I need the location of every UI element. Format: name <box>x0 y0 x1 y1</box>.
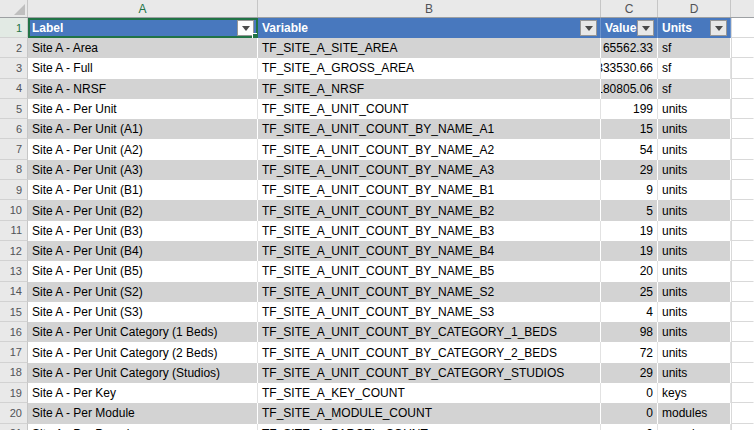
value-cell[interactable]: 9 <box>601 180 658 200</box>
units-cell[interactable]: units <box>658 180 731 200</box>
variable-cell[interactable]: TF_SITE_A_NRSF <box>258 79 601 99</box>
value-cell[interactable]: 0 <box>601 424 658 430</box>
column-header-b[interactable]: B <box>258 0 601 17</box>
variable-cell[interactable]: TF_SITE_A_UNIT_COUNT_BY_CATEGORY_1_BEDS <box>258 322 601 342</box>
empty-cell[interactable] <box>731 180 754 200</box>
row-number[interactable]: 17 <box>0 342 28 362</box>
label-cell[interactable]: Site A - NRSF <box>28 79 258 99</box>
value-cell[interactable]: 4 <box>601 302 658 322</box>
row-number[interactable]: 12 <box>0 241 28 261</box>
empty-cell[interactable] <box>731 383 754 403</box>
units-cell[interactable]: keys <box>658 383 731 403</box>
row-number[interactable]: 15 <box>0 302 28 322</box>
empty-cell[interactable] <box>731 302 754 322</box>
units-cell[interactable]: units <box>658 139 731 159</box>
value-cell[interactable]: 72 <box>601 342 658 362</box>
selection-fill-handle[interactable] <box>252 33 258 38</box>
empty-cell[interactable] <box>731 241 754 261</box>
value-cell[interactable]: 20 <box>601 261 658 281</box>
value-cell[interactable]: 333530.66 <box>601 58 658 78</box>
units-cell[interactable]: units <box>658 363 731 383</box>
label-cell[interactable]: Site A - Per Unit (B1) <box>28 180 258 200</box>
row-number[interactable]: 13 <box>0 261 28 281</box>
variable-cell[interactable]: TF_SITE_A_UNIT_COUNT_BY_NAME_B4 <box>258 241 601 261</box>
value-cell[interactable]: 0 <box>601 403 658 423</box>
value-filter-button[interactable] <box>637 20 654 36</box>
value-cell[interactable]: 54 <box>601 139 658 159</box>
label-cell[interactable]: Site A - Per Unit (A1) <box>28 119 258 139</box>
units-cell[interactable]: units <box>658 282 731 302</box>
row-number[interactable]: 20 <box>0 403 28 423</box>
value-cell[interactable]: 29 <box>601 363 658 383</box>
label-cell[interactable]: Site A - Per Key <box>28 383 258 403</box>
row-number[interactable]: 2 <box>0 38 28 58</box>
row-number-1[interactable]: 1 <box>0 18 28 38</box>
cell-b1-variable-header[interactable]: Variable <box>258 18 601 38</box>
units-cell[interactable]: parcels <box>658 424 731 430</box>
value-cell[interactable]: 15 <box>601 119 658 139</box>
units-cell[interactable]: sf <box>658 38 731 58</box>
column-header-a[interactable]: A <box>28 0 258 17</box>
value-cell[interactable]: 180805.06 <box>601 79 658 99</box>
variable-cell[interactable]: TF_SITE_A_PARCEL_COUNT <box>258 424 601 430</box>
variable-cell[interactable]: TF_SITE_A_UNIT_COUNT_BY_NAME_B3 <box>258 221 601 241</box>
row-number[interactable]: 19 <box>0 383 28 403</box>
row-number[interactable]: 7 <box>0 139 28 159</box>
label-cell[interactable]: Site A - Per Unit (A3) <box>28 160 258 180</box>
units-cell[interactable]: units <box>658 241 731 261</box>
label-cell[interactable]: Site A - Per Unit (B3) <box>28 221 258 241</box>
empty-cell[interactable] <box>731 119 754 139</box>
cell-c1-value-header[interactable]: Value <box>601 18 658 38</box>
variable-cell[interactable]: TF_SITE_A_UNIT_COUNT_BY_NAME_B2 <box>258 200 601 220</box>
empty-cell[interactable] <box>731 139 754 159</box>
label-cell[interactable]: Site A - Per Unit Category (2 Beds) <box>28 342 258 362</box>
value-cell[interactable]: 0 <box>601 383 658 403</box>
column-header-e[interactable] <box>731 0 754 17</box>
value-cell[interactable]: 199 <box>601 99 658 119</box>
variable-cell[interactable]: TF_SITE_A_UNIT_COUNT <box>258 99 601 119</box>
empty-cell[interactable] <box>731 160 754 180</box>
units-filter-button[interactable] <box>710 20 727 36</box>
label-cell[interactable]: Site A - Per Unit Category (1 Beds) <box>28 322 258 342</box>
label-cell[interactable]: Site A - Per Module <box>28 403 258 423</box>
value-cell[interactable]: 65562.33 <box>601 38 658 58</box>
label-cell[interactable]: Site A - Full <box>28 58 258 78</box>
variable-cell[interactable]: TF_SITE_A_UNIT_COUNT_BY_CATEGORY_2_BEDS <box>258 342 601 362</box>
variable-cell[interactable]: TF_SITE_A_MODULE_COUNT <box>258 403 601 423</box>
value-cell[interactable]: 19 <box>601 241 658 261</box>
row-number[interactable]: 11 <box>0 221 28 241</box>
variable-cell[interactable]: TF_SITE_A_UNIT_COUNT_BY_NAME_B1 <box>258 180 601 200</box>
units-cell[interactable]: units <box>658 99 731 119</box>
variable-cell[interactable]: TF_SITE_A_UNIT_COUNT_BY_NAME_A3 <box>258 160 601 180</box>
empty-cell[interactable] <box>731 342 754 362</box>
units-cell[interactable]: units <box>658 221 731 241</box>
empty-cell[interactable] <box>731 38 754 58</box>
empty-cell[interactable] <box>731 403 754 423</box>
empty-cell[interactable] <box>731 261 754 281</box>
label-cell[interactable]: Site A - Per Unit (A2) <box>28 139 258 159</box>
empty-cell[interactable] <box>731 221 754 241</box>
value-cell[interactable]: 25 <box>601 282 658 302</box>
row-number[interactable]: 16 <box>0 322 28 342</box>
row-number[interactable]: 21 <box>0 424 28 430</box>
label-cell[interactable]: Site A - Per Unit (B5) <box>28 261 258 281</box>
empty-cell[interactable] <box>731 200 754 220</box>
column-header-d[interactable]: D <box>658 0 731 17</box>
units-cell[interactable]: units <box>658 322 731 342</box>
variable-cell[interactable]: TF_SITE_A_UNIT_COUNT_BY_NAME_A1 <box>258 119 601 139</box>
units-cell[interactable]: sf <box>658 58 731 78</box>
variable-cell[interactable]: TF_SITE_A_UNIT_COUNT_BY_NAME_B5 <box>258 261 601 281</box>
variable-filter-button[interactable] <box>580 20 597 36</box>
row-number[interactable]: 14 <box>0 282 28 302</box>
units-cell[interactable]: modules <box>658 403 731 423</box>
label-cell[interactable]: Site A - Per Unit (B4) <box>28 241 258 261</box>
label-cell[interactable]: Site A - Per Unit (S2) <box>28 282 258 302</box>
value-cell[interactable]: 5 <box>601 200 658 220</box>
label-cell[interactable]: Site A - Per Unit (S3) <box>28 302 258 322</box>
label-cell[interactable]: Site A - Per Unit <box>28 99 258 119</box>
variable-cell[interactable]: TF_SITE_A_KEY_COUNT <box>258 383 601 403</box>
units-cell[interactable]: units <box>658 342 731 362</box>
value-cell[interactable]: 29 <box>601 160 658 180</box>
variable-cell[interactable]: TF_SITE_A_GROSS_AREA <box>258 58 601 78</box>
units-cell[interactable]: units <box>658 200 731 220</box>
